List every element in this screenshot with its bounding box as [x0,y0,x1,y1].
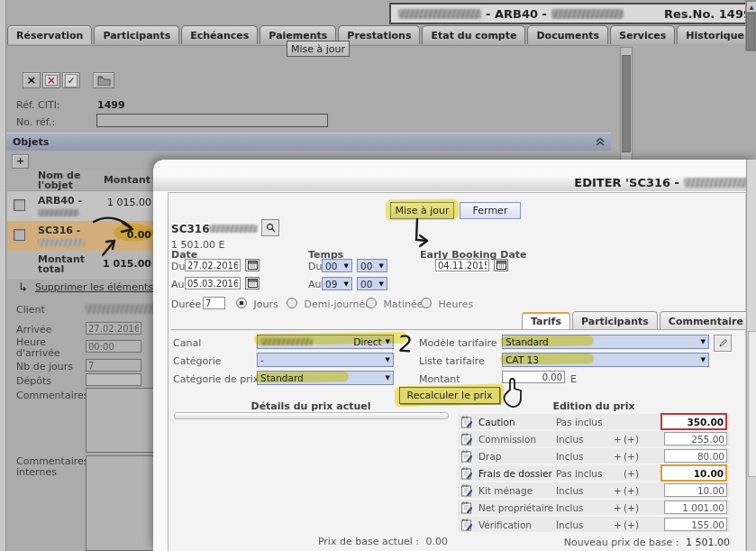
montant-input[interactable] [502,371,565,383]
liste-tarifaire-label: Liste tarifaire [419,355,485,367]
commentaires-label: Commentaires [16,390,88,401]
no-ref-label: No. réf.: [16,116,55,128]
add-object-button[interactable]: + [12,154,29,169]
duree-input[interactable] [203,297,225,309]
delete-elements-link[interactable]: Supprimer les éléments [35,281,153,293]
chevron-down-icon: ▼ [386,338,390,345]
categorie-value: - [260,354,264,365]
categorie-prix-select[interactable]: Standard ▼ [257,371,394,385]
edit-note-icon[interactable] [460,501,474,514]
edit-tarif-button[interactable] [714,335,732,352]
redacted-canal-value [260,338,313,345]
object-row-sc316-selected[interactable]: SC316 - 0.00 [7,221,156,252]
scrollbar-thumb[interactable] [748,331,756,477]
price-row-paren: (+) [624,434,648,445]
date-au-input[interactable] [185,277,241,289]
calendar-button-du[interactable] [245,259,260,271]
page-scrollbar[interactable]: ▲ [745,0,756,51]
base-price-label: Prix de base actuel : [318,536,419,547]
radio-jours[interactable]: Jours [236,298,278,310]
radio-demi-journee[interactable]: Demi-journée [287,298,371,310]
categorie-select[interactable]: - ▼ [257,353,394,367]
ebd-input[interactable] [435,259,489,271]
time-du-min-select[interactable]: 00 ▼ [357,259,387,272]
time-au-min-select[interactable]: 00 ▼ [357,277,387,290]
dialog-title-bar[interactable]: EDITER 'SC316 - [153,174,756,191]
modele-tarifaire-select[interactable]: Standard ▼ [502,335,709,349]
time-du-hour-select[interactable]: 00 ▼ [322,259,352,272]
new-base-price-label: Nouveau prix de base : [564,537,679,548]
price-row-input[interactable] [660,413,727,430]
dialog-update-button[interactable]: Mise à jour [390,202,454,219]
scrollbar-thumb[interactable] [746,13,755,51]
time-au-hour-select[interactable]: 09 ▼ [322,277,352,290]
price-row-input[interactable] [664,449,727,463]
dialog-scrollbar[interactable] [746,160,756,551]
price-row-input[interactable] [660,464,727,482]
price-row-input[interactable] [664,518,727,531]
edit-note-icon[interactable] [460,450,474,463]
tab-documents[interactable]: Documents [527,25,608,44]
tab-reservation[interactable]: Réservation [7,25,92,44]
col-header-amount: Montant [104,174,156,186]
details-prix-bar [174,412,449,419]
close-icon: × [27,76,37,85]
new-base-price: Nouveau prix de base : 1 501.00 [458,537,730,548]
price-row-label: Caution [478,417,556,427]
dialog-tab-participants[interactable]: Participants [572,311,658,330]
edit-note-icon[interactable] [460,484,474,497]
folder-button[interactable] [93,72,114,88]
row-checkbox[interactable] [14,199,25,211]
confirm-button[interactable]: ✓ [62,72,80,88]
edit-note-icon[interactable] [460,519,474,531]
search-object-button[interactable] [261,219,279,236]
scrollbar-thumb[interactable] [622,55,631,152]
nb-jours-input[interactable] [86,359,141,372]
tab-historique[interactable]: Historique [677,25,753,44]
arrivee-input[interactable] [86,322,141,335]
delete-red-button[interactable]: × [42,72,60,88]
chevron-down-icon: ▼ [379,280,384,288]
tab-echeances[interactable]: Echéances [181,25,258,44]
edit-note-icon[interactable] [460,433,474,445]
objects-section-header[interactable]: Objets [7,133,611,151]
scroll-up-button[interactable]: ▲ [746,1,756,13]
calendar-button-au[interactable] [245,277,260,289]
main-update-button[interactable]: Mise à jour [287,41,350,57]
depots-input[interactable] [86,373,141,386]
tab-services[interactable]: Services [610,25,675,44]
price-edit-table: Caution Pas inclus Commission Inclus + (… [458,414,730,532]
price-row-input[interactable] [664,483,727,497]
radio-heures[interactable]: Heures [421,298,473,310]
price-row-paren: (+) [624,451,648,462]
dialog-close-button[interactable]: Fermer [460,202,521,219]
price-row-input[interactable] [664,432,727,445]
heure-arrivee-input[interactable] [86,340,141,353]
tab-etat-du-compte[interactable]: Etat du compte [422,25,525,44]
collapse-chevron-icon[interactable] [595,137,606,147]
chevron-down-icon: ▼ [379,262,384,270]
price-row-plus: + [612,502,624,513]
edit-note-icon[interactable] [460,416,474,428]
object-row-arb40[interactable]: ARB40 - 1 015.00 [7,191,156,222]
price-row-label: Drap [478,451,556,462]
price-row-status: Pas inclus [556,417,612,427]
price-row-status: Inclus [556,485,612,496]
delete-button[interactable]: × [23,72,41,88]
no-ref-input[interactable] [96,114,328,127]
date-du-input[interactable] [185,259,241,271]
canal-select[interactable]: Direct ▼ [257,335,394,349]
price-row-commission: Commission Inclus + (+) [458,431,730,446]
client-label: Client [16,304,45,316]
tab-prestations[interactable]: Prestations [338,25,420,44]
row-checkbox[interactable] [14,229,25,241]
dialog-tab-tarifs[interactable]: Tarifs [522,312,570,330]
calendar-button-ebd[interactable] [494,259,508,271]
dialog-tab-commentaire[interactable]: Commentaire [660,311,752,330]
edit-note-icon[interactable] [460,467,474,480]
tab-participants[interactable]: Participants [94,25,179,44]
radio-matinee[interactable]: Matinée [366,298,424,310]
liste-tarifaire-select[interactable]: CAT 13 ▼ [502,353,709,367]
price-row-input[interactable] [664,500,727,514]
categorie-prix-value: Standard [260,372,304,383]
